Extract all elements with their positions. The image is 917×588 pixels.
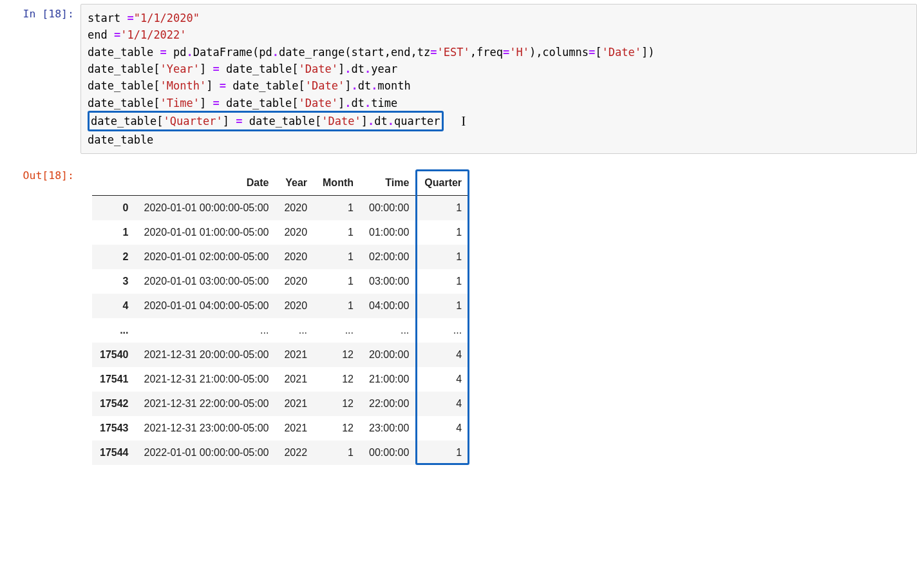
cell-time: 00:00:00 bbox=[361, 196, 417, 221]
cell-time: ... bbox=[361, 318, 417, 343]
table-row: 175402021-12-31 20:00:00-05:0020211220:0… bbox=[92, 343, 469, 367]
code-line-4: date_table['Year'] = date_table['Date'].… bbox=[88, 62, 397, 75]
cell-month: 12 bbox=[315, 367, 361, 392]
cell-quarter: 1 bbox=[417, 196, 469, 221]
cell-month: 1 bbox=[315, 269, 361, 294]
table-header-row: Date Year Month Time Quarter bbox=[92, 171, 469, 196]
cell-month: 1 bbox=[315, 294, 361, 318]
cell-date: ... bbox=[137, 318, 277, 343]
cell-year: 2020 bbox=[276, 220, 315, 245]
table-row: 175432021-12-31 23:00:00-05:0020211223:0… bbox=[92, 416, 469, 441]
cell-month: 12 bbox=[315, 392, 361, 416]
cell-date: 2021-12-31 22:00:00-05:00 bbox=[137, 392, 277, 416]
code-line-8: date_table bbox=[88, 133, 153, 146]
row-index: ... bbox=[92, 318, 137, 343]
cell-date: 2020-01-01 01:00:00-05:00 bbox=[137, 220, 277, 245]
cell-month: ... bbox=[315, 318, 361, 343]
cell-time: 02:00:00 bbox=[361, 245, 417, 269]
cell-time: 03:00:00 bbox=[361, 269, 417, 294]
cell-month: 1 bbox=[315, 196, 361, 221]
code-input[interactable]: start ="1/1/2020" end ='1/1/2022' date_t… bbox=[80, 4, 917, 154]
input-cell: In [18]: start ="1/1/2020" end ='1/1/202… bbox=[0, 0, 917, 154]
row-index: 3 bbox=[92, 269, 137, 294]
cell-time: 00:00:00 bbox=[361, 441, 417, 465]
table-row: 22020-01-01 02:00:00-05:002020102:00:001 bbox=[92, 245, 469, 269]
dataframe-output: Date Year Month Time Quarter 02020-01-01… bbox=[80, 166, 917, 465]
table-row: 12020-01-01 01:00:00-05:002020101:00:001 bbox=[92, 220, 469, 245]
cell-time: 04:00:00 bbox=[361, 294, 417, 318]
cell-year: 2020 bbox=[276, 269, 315, 294]
cell-year: ... bbox=[276, 318, 315, 343]
col-index bbox=[92, 171, 137, 196]
table-row: .................. bbox=[92, 318, 469, 343]
text-cursor-icon: I bbox=[462, 111, 466, 131]
table-row: 175422021-12-31 22:00:00-05:0020211222:0… bbox=[92, 392, 469, 416]
col-year: Year bbox=[276, 171, 315, 196]
dataframe-table: Date Year Month Time Quarter 02020-01-01… bbox=[92, 171, 469, 465]
cell-quarter: 1 bbox=[417, 245, 469, 269]
cell-time: 01:00:00 bbox=[361, 220, 417, 245]
cell-month: 1 bbox=[315, 220, 361, 245]
cell-date: 2020-01-01 04:00:00-05:00 bbox=[137, 294, 277, 318]
cell-date: 2021-12-31 23:00:00-05:00 bbox=[137, 416, 277, 441]
cell-date: 2021-12-31 21:00:00-05:00 bbox=[137, 367, 277, 392]
code-line-5: date_table['Month'] = date_table['Date']… bbox=[88, 79, 411, 92]
row-index: 2 bbox=[92, 245, 137, 269]
in-prompt: In [18]: bbox=[0, 4, 80, 21]
table-row: 175442022-01-01 00:00:00-05:002022100:00… bbox=[92, 441, 469, 465]
table-row: 175412021-12-31 21:00:00-05:0020211221:0… bbox=[92, 367, 469, 392]
row-index: 1 bbox=[92, 220, 137, 245]
cell-time: 20:00:00 bbox=[361, 343, 417, 367]
cell-month: 1 bbox=[315, 441, 361, 465]
cell-month: 12 bbox=[315, 343, 361, 367]
cell-year: 2021 bbox=[276, 367, 315, 392]
cell-time: 23:00:00 bbox=[361, 416, 417, 441]
highlighted-code-line: date_table['Quarter'] = date_table['Date… bbox=[88, 111, 444, 131]
cell-year: 2021 bbox=[276, 416, 315, 441]
cell-month: 1 bbox=[315, 245, 361, 269]
row-index: 4 bbox=[92, 294, 137, 318]
cell-time: 22:00:00 bbox=[361, 392, 417, 416]
table-row: 42020-01-01 04:00:00-05:002020104:00:001 bbox=[92, 294, 469, 318]
cell-quarter: 4 bbox=[417, 367, 469, 392]
output-cell: Out[18]: Date Year Month Time Quarter 02… bbox=[0, 162, 917, 465]
row-index: 17542 bbox=[92, 392, 137, 416]
code-line-6: date_table['Time'] = date_table['Date'].… bbox=[88, 97, 397, 109]
row-index: 17541 bbox=[92, 367, 137, 392]
row-index: 17543 bbox=[92, 416, 137, 441]
cell-quarter: 1 bbox=[417, 294, 469, 318]
cell-year: 2020 bbox=[276, 294, 315, 318]
col-month: Month bbox=[315, 171, 361, 196]
table-row: 02020-01-01 00:00:00-05:002020100:00:001 bbox=[92, 196, 469, 221]
cell-month: 12 bbox=[315, 416, 361, 441]
cell-quarter: 1 bbox=[417, 269, 469, 294]
table-row: 32020-01-01 03:00:00-05:002020103:00:001 bbox=[92, 269, 469, 294]
col-quarter: Quarter bbox=[417, 171, 469, 196]
cell-year: 2020 bbox=[276, 196, 315, 221]
cell-date: 2022-01-01 00:00:00-05:00 bbox=[137, 441, 277, 465]
cell-year: 2020 bbox=[276, 245, 315, 269]
col-date: Date bbox=[137, 171, 277, 196]
cell-date: 2020-01-01 00:00:00-05:00 bbox=[137, 196, 277, 221]
cell-year: 2022 bbox=[276, 441, 315, 465]
cell-quarter: 4 bbox=[417, 392, 469, 416]
col-time: Time bbox=[361, 171, 417, 196]
code-line-2: end ='1/1/2022' bbox=[88, 28, 187, 41]
cell-date: 2020-01-01 02:00:00-05:00 bbox=[137, 245, 277, 269]
cell-year: 2021 bbox=[276, 392, 315, 416]
cell-date: 2021-12-31 20:00:00-05:00 bbox=[137, 343, 277, 367]
code-line-1: start ="1/1/2020" bbox=[88, 12, 200, 24]
cell-quarter: ... bbox=[417, 318, 469, 343]
cell-quarter: 4 bbox=[417, 343, 469, 367]
cell-time: 21:00:00 bbox=[361, 367, 417, 392]
row-index: 17540 bbox=[92, 343, 137, 367]
row-index: 17544 bbox=[92, 441, 137, 465]
cell-quarter: 1 bbox=[417, 220, 469, 245]
cell-quarter: 1 bbox=[417, 441, 469, 465]
out-prompt: Out[18]: bbox=[0, 166, 80, 183]
cell-quarter: 4 bbox=[417, 416, 469, 441]
code-line-3: date_table = pd.DataFrame(pd.date_range(… bbox=[88, 46, 654, 59]
cell-year: 2021 bbox=[276, 343, 315, 367]
row-index: 0 bbox=[92, 196, 137, 221]
cell-date: 2020-01-01 03:00:00-05:00 bbox=[137, 269, 277, 294]
